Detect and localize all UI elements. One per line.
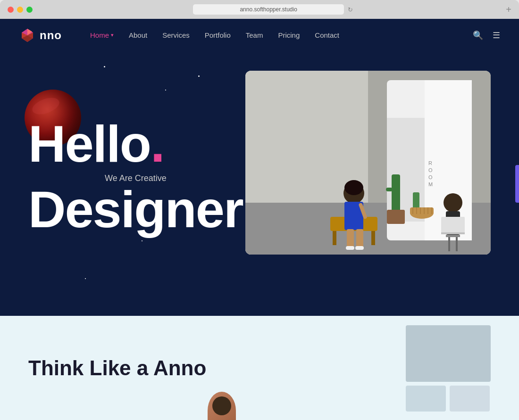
star-decoration bbox=[85, 278, 86, 279]
svg-text:M: M bbox=[428, 181, 433, 187]
shelf-image-small-1 bbox=[406, 386, 446, 412]
chevron-down-icon: ▾ bbox=[111, 32, 114, 38]
nav-link-portfolio[interactable]: Portfolio bbox=[205, 31, 231, 39]
address-bar[interactable] bbox=[193, 4, 344, 15]
svg-rect-20 bbox=[446, 235, 460, 237]
reload-button[interactable]: ↻ bbox=[348, 6, 353, 13]
side-decoration bbox=[515, 165, 519, 203]
svg-rect-35 bbox=[386, 188, 393, 191]
logo-icon bbox=[19, 27, 36, 44]
svg-rect-34 bbox=[392, 174, 400, 212]
close-button[interactable] bbox=[8, 7, 14, 13]
below-fold-title: Think Like a Anno bbox=[28, 356, 206, 380]
office-scene-illustration: R O O M bbox=[245, 71, 491, 255]
logo-link[interactable]: nno bbox=[19, 27, 62, 44]
hero-image: R O O M bbox=[245, 71, 491, 255]
nav-item-team[interactable]: Team bbox=[246, 31, 263, 40]
nav-link-services[interactable]: Services bbox=[162, 31, 190, 39]
logo-text: nno bbox=[40, 29, 62, 42]
svg-rect-37 bbox=[387, 210, 405, 224]
nav-item-pricing[interactable]: Pricing bbox=[278, 31, 300, 40]
star-decoration bbox=[198, 75, 200, 77]
navbar: nno Home ▾ About Services Portfolio Team bbox=[0, 19, 519, 52]
svg-rect-30 bbox=[347, 229, 354, 248]
svg-text:O: O bbox=[428, 167, 433, 173]
nav-link-contact[interactable]: Contact bbox=[315, 31, 339, 39]
minimize-button[interactable] bbox=[17, 7, 23, 13]
hero-hello-text: Hello. bbox=[28, 118, 243, 170]
star-decoration bbox=[104, 66, 105, 67]
svg-text:O: O bbox=[428, 174, 433, 180]
shelf-image-small-2 bbox=[450, 386, 490, 412]
avatar-head bbox=[212, 396, 231, 415]
maximize-button[interactable] bbox=[26, 7, 33, 13]
nav-item-portfolio[interactable]: Portfolio bbox=[205, 31, 231, 40]
nav-item-contact[interactable]: Contact bbox=[315, 31, 339, 40]
menu-icon[interactable]: ☰ bbox=[493, 30, 500, 41]
svg-rect-40 bbox=[410, 207, 434, 214]
nav-link-pricing[interactable]: Pricing bbox=[278, 31, 300, 39]
svg-rect-31 bbox=[356, 229, 363, 248]
svg-rect-25 bbox=[371, 231, 375, 245]
svg-rect-19 bbox=[441, 232, 465, 234]
nav-actions: 🔍 ☰ bbox=[473, 30, 500, 41]
hero-section: Hello. We Are Creative Designer bbox=[0, 52, 519, 316]
svg-point-27 bbox=[344, 180, 363, 195]
nav-item-about[interactable]: About bbox=[129, 31, 147, 40]
hero-designer-text: Designer bbox=[28, 183, 243, 235]
svg-rect-22 bbox=[456, 237, 458, 251]
nav-link-about[interactable]: About bbox=[129, 31, 147, 39]
nav-link-team[interactable]: Team bbox=[246, 31, 263, 39]
svg-rect-21 bbox=[448, 237, 450, 251]
person-avatar bbox=[208, 392, 236, 420]
new-tab-button[interactable]: + bbox=[506, 5, 511, 14]
nav-item-services[interactable]: Services bbox=[162, 31, 190, 40]
nav-links: Home ▾ About Services Portfolio Team Pri… bbox=[90, 31, 473, 40]
hero-content: Hello. We Are Creative Designer bbox=[28, 90, 243, 235]
shelf-image-large bbox=[406, 325, 491, 382]
svg-rect-36 bbox=[393, 183, 399, 187]
svg-rect-24 bbox=[333, 231, 336, 245]
svg-rect-18 bbox=[441, 217, 465, 233]
nav-link-home[interactable]: Home ▾ bbox=[90, 31, 114, 39]
shelf-decoration bbox=[406, 325, 491, 412]
svg-rect-33 bbox=[355, 246, 364, 250]
svg-rect-32 bbox=[346, 246, 354, 250]
star-decoration bbox=[142, 240, 142, 241]
svg-point-16 bbox=[444, 193, 462, 212]
nav-item-home[interactable]: Home ▾ bbox=[90, 31, 114, 40]
search-icon[interactable]: 🔍 bbox=[473, 30, 483, 41]
website-content: nno Home ▾ About Services Portfolio Team bbox=[0, 19, 519, 420]
svg-text:R: R bbox=[428, 160, 432, 166]
below-fold-section: Think Like a Anno bbox=[0, 316, 519, 420]
